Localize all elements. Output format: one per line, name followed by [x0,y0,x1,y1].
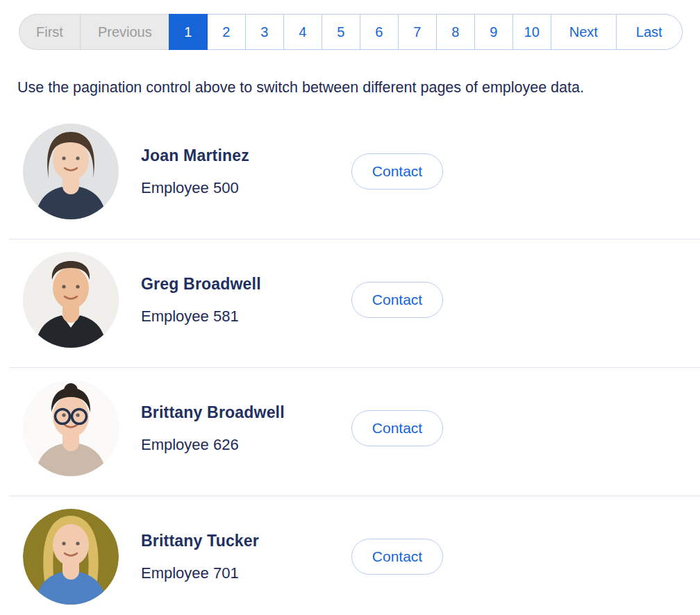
pagination-page-10[interactable]: 10 [512,14,551,50]
employee-name: Greg Broadwell [141,275,351,294]
employee-avatar [23,380,119,476]
pagination-page-7[interactable]: 7 [398,14,437,50]
instruction-text: Use the pagination control above to swit… [17,78,683,97]
employee-info: Brittany Broadwell Employee 626 [141,403,351,454]
pagination-page-9[interactable]: 9 [474,14,513,50]
employee-avatar [23,124,119,219]
employee-info: Brittany Tucker Employee 701 [141,532,351,582]
pagination-page-1[interactable]: 1 [169,14,208,50]
employee-name: Joan Martinez [141,146,351,165]
employee-row: Brittany Broadwell Employee 626 Contact [9,367,700,496]
employee-id: Employee 581 [141,308,351,326]
contact-button[interactable]: Contact [351,539,443,575]
employee-info: Greg Broadwell Employee 581 [141,275,351,326]
contact-button[interactable]: Contact [351,153,443,189]
employee-row: Brittany Tucker Employee 701 Contact [9,496,700,615]
employee-id: Employee 500 [141,179,351,197]
employee-id: Employee 701 [141,564,351,582]
pagination-page-4[interactable]: 4 [283,14,322,50]
employee-avatar [23,252,119,348]
pagination-page-3[interactable]: 3 [245,14,284,50]
employee-list: Joan Martinez Employee 500 Contact [9,111,700,615]
pagination-previous-button[interactable]: Previous [80,14,169,50]
pagination-page-2[interactable]: 2 [207,14,246,50]
employee-row: Greg Broadwell Employee 581 Contact [9,239,700,367]
pagination-page-6[interactable]: 6 [360,14,399,50]
pagination-first-button[interactable]: First [19,14,80,50]
pagination-page-5[interactable]: 5 [322,14,360,50]
employee-avatar [23,509,119,605]
employee-info: Joan Martinez Employee 500 [141,146,351,197]
contact-button[interactable]: Contact [351,282,443,318]
employee-name: Brittany Tucker [141,532,351,550]
pagination: First Previous 1 2 3 4 5 6 7 8 9 10 Next… [19,14,684,50]
employee-name: Brittany Broadwell [141,403,351,422]
pagination-page-8[interactable]: 8 [436,14,475,50]
pagination-last-button[interactable]: Last [616,14,683,50]
pagination-next-button[interactable]: Next [551,14,617,50]
employee-id: Employee 626 [141,436,351,454]
employee-row: Joan Martinez Employee 500 Contact [9,111,700,239]
contact-button[interactable]: Contact [351,410,443,446]
